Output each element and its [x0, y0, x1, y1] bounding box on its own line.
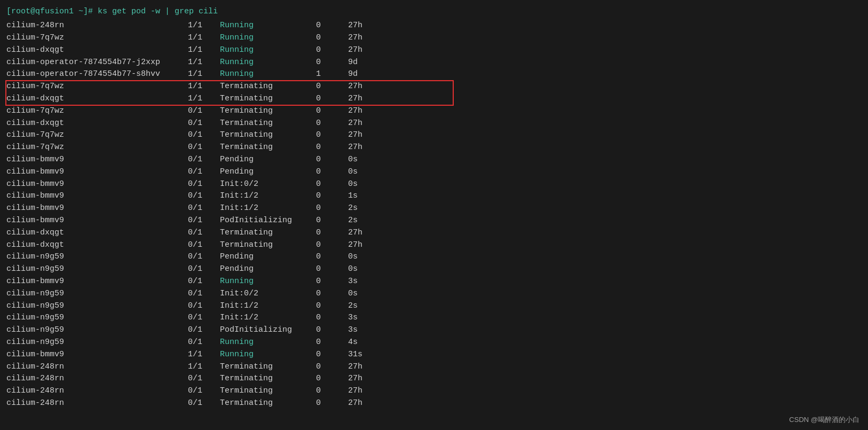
- table-row: cilium-bmmv90/1Init:1/201s: [6, 190, 862, 202]
- pod-status: Init:1/2: [220, 202, 316, 215]
- pod-status: PodInitializing: [220, 215, 316, 227]
- pod-status: Init:0/2: [220, 288, 316, 300]
- pod-ready: 0/1: [188, 337, 220, 349]
- pod-name: cilium-operator-7874554b77-s8hvv: [6, 68, 188, 81]
- pod-ready: 0/1: [188, 166, 220, 178]
- pod-name: cilium-n9g59: [6, 300, 188, 312]
- pod-ready: 0/1: [188, 190, 220, 202]
- pod-age: 0s: [348, 166, 391, 178]
- pod-age: 0s: [348, 251, 391, 263]
- pod-age: 2s: [348, 202, 391, 215]
- pod-restarts: 0: [316, 288, 348, 300]
- pod-status: Running: [220, 337, 316, 349]
- pod-name: cilium-dxqgt: [6, 239, 188, 252]
- pod-age: 0s: [348, 178, 391, 191]
- pod-age: 27h: [348, 32, 391, 44]
- pod-ready: 0/1: [188, 227, 220, 239]
- table-row: cilium-248rn1/1Terminating027h: [6, 361, 862, 373]
- pod-ready: 0/1: [188, 105, 220, 118]
- pod-ready: 0/1: [188, 118, 220, 130]
- pod-ready: 1/1: [188, 68, 220, 81]
- pod-name: cilium-248rn: [6, 373, 188, 385]
- pod-name: cilium-bmmv9: [6, 202, 188, 215]
- table-row: cilium-dxqgt1/1Terminating027h: [6, 93, 862, 105]
- pod-status: Running: [220, 57, 316, 69]
- table-row: cilium-operator-7874554b77-s8hvv1/1Runni…: [6, 68, 862, 81]
- pod-age: 3s: [348, 276, 391, 288]
- pod-restarts: 0: [316, 118, 348, 130]
- pod-status: Init:1/2: [220, 312, 316, 324]
- pod-restarts: 0: [316, 32, 348, 44]
- pod-age: 0s: [348, 288, 391, 300]
- pod-age: 27h: [348, 20, 391, 32]
- pod-age: 27h: [348, 81, 391, 93]
- pod-restarts: 0: [316, 324, 348, 337]
- table-row: cilium-bmmv91/1Running031s: [6, 349, 862, 361]
- pod-name: cilium-operator-7874554b77-j2xxp: [6, 57, 188, 69]
- pod-age: 3s: [348, 324, 391, 337]
- table-row: cilium-n9g590/1Init:1/202s: [6, 300, 862, 312]
- pod-restarts: 0: [316, 263, 348, 276]
- pod-age: 27h: [348, 373, 391, 385]
- pod-ready: 1/1: [188, 81, 220, 93]
- pod-status: Running: [220, 349, 316, 361]
- pod-restarts: 0: [316, 190, 348, 202]
- pod-status: Pending: [220, 154, 316, 166]
- pod-restarts: 0: [316, 227, 348, 239]
- pod-name: cilium-7q7wz: [6, 129, 188, 142]
- pod-status: Terminating: [220, 373, 316, 385]
- table-row: cilium-248rn0/1Terminating027h: [6, 373, 862, 385]
- pod-status: Init:0/2: [220, 178, 316, 191]
- pod-name: cilium-bmmv9: [6, 215, 188, 227]
- pod-age: 27h: [348, 105, 391, 118]
- pod-ready: 0/1: [188, 263, 220, 276]
- table-row: cilium-bmmv90/1Pending00s: [6, 154, 862, 166]
- pod-restarts: 0: [316, 81, 348, 93]
- pod-restarts: 1: [316, 68, 348, 81]
- pod-restarts: 0: [316, 239, 348, 252]
- pod-age: 0s: [348, 154, 391, 166]
- pod-age: 1s: [348, 190, 391, 202]
- pod-status: Terminating: [220, 81, 316, 93]
- pod-status: Running: [220, 68, 316, 81]
- pod-status: Terminating: [220, 385, 316, 397]
- pod-restarts: 0: [316, 129, 348, 142]
- pod-restarts: 0: [316, 20, 348, 32]
- pod-ready: 1/1: [188, 44, 220, 57]
- pod-age: 27h: [348, 239, 391, 252]
- pod-status: Terminating: [220, 129, 316, 142]
- pod-ready: 1/1: [188, 349, 220, 361]
- pod-restarts: 0: [316, 251, 348, 263]
- pod-age: 27h: [348, 397, 391, 410]
- pod-name: cilium-n9g59: [6, 251, 188, 263]
- pod-status: Terminating: [220, 397, 316, 410]
- terminal: [root@qfusion1 ~]# ks get pod -w | grep …: [0, 0, 868, 415]
- pod-restarts: 0: [316, 142, 348, 154]
- pod-name: cilium-bmmv9: [6, 276, 188, 288]
- pod-status: Init:1/2: [220, 190, 316, 202]
- table-row: cilium-n9g590/1Init:0/200s: [6, 288, 862, 300]
- pod-status: Terminating: [220, 93, 316, 105]
- pod-age: 31s: [348, 349, 391, 361]
- pod-age: 27h: [348, 44, 391, 57]
- pod-name: cilium-7q7wz: [6, 81, 188, 93]
- pod-name: cilium-bmmv9: [6, 190, 188, 202]
- pod-name: cilium-248rn: [6, 385, 188, 397]
- table-row: cilium-dxqgt0/1Terminating027h: [6, 118, 862, 130]
- pod-age: 27h: [348, 142, 391, 154]
- pod-name: cilium-248rn: [6, 361, 188, 373]
- pod-age: 3s: [348, 312, 391, 324]
- pod-age: 27h: [348, 385, 391, 397]
- pod-restarts: 0: [316, 44, 348, 57]
- pod-status: Running: [220, 276, 316, 288]
- pod-ready: 0/1: [188, 142, 220, 154]
- pod-restarts: 0: [316, 361, 348, 373]
- pod-restarts: 0: [316, 57, 348, 69]
- pod-status: Terminating: [220, 239, 316, 252]
- pod-restarts: 0: [316, 215, 348, 227]
- prompt-line: [root@qfusion1 ~]# ks get pod -w | grep …: [6, 5, 862, 18]
- table-row: cilium-248rn1/1Running027h: [6, 20, 862, 32]
- pod-ready: 0/1: [188, 397, 220, 410]
- pod-age: 27h: [348, 361, 391, 373]
- pod-ready: 0/1: [188, 300, 220, 312]
